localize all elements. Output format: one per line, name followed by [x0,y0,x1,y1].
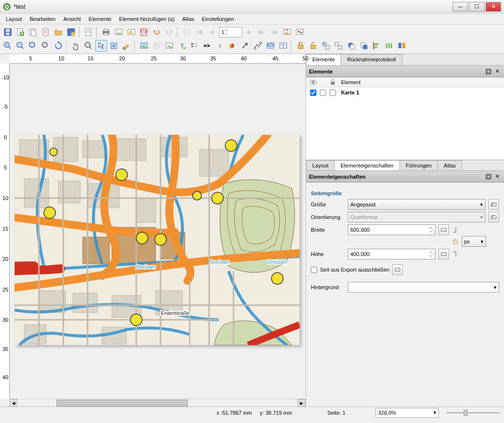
atlas-settings-icon[interactable] [294,26,306,38]
svg-rect-29 [296,29,303,35]
exclude-expression-icon[interactable] [392,264,403,275]
atlas-preview-icon[interactable] [181,26,193,38]
add-3dmap-icon[interactable] [151,40,162,52]
lock-icon[interactable] [295,40,306,52]
delete-layout-icon[interactable] [40,26,52,38]
detach-panel-icon[interactable] [485,173,492,181]
tab-guides[interactable]: Führungen [399,160,438,170]
add-node-icon[interactable] [252,40,264,52]
size-select[interactable]: Angepasst▾ [348,199,486,210]
add-arrow-icon[interactable] [239,40,251,52]
atlas-export-icon[interactable] [281,26,293,38]
scrollbar-thumb[interactable] [56,400,188,406]
menu-add-item[interactable]: Element hinzufügen (a) [115,15,179,23]
orientation-expression-icon[interactable] [488,212,499,222]
lower-icon[interactable] [358,40,370,52]
redo-icon[interactable] [163,26,175,38]
atlas-page-spin[interactable]: 1 [219,27,242,37]
refresh-icon[interactable] [53,40,64,52]
background-select[interactable]: ▾ [348,282,499,293]
size-expression-icon[interactable] [488,199,499,210]
width-input[interactable]: 600,000 [348,224,435,235]
edit-nodes-icon[interactable] [121,40,132,52]
atlas-prev-icon[interactable] [206,26,218,38]
tab-layout-props[interactable]: Layout [306,160,335,170]
zoom-tool-icon[interactable] [83,40,94,52]
zoom-in-icon[interactable] [2,40,14,52]
save-template-icon[interactable] [65,26,77,38]
export-svg-icon[interactable] [126,26,137,38]
maximize-button[interactable]: ☐ [469,2,485,12]
add-legend-icon[interactable] [189,40,200,52]
lock-checkbox[interactable] [320,90,326,96]
add-scalebar-icon[interactable] [201,40,213,52]
new-layout-icon[interactable]: + [15,26,26,38]
lock-aspect-icon[interactable] [452,238,459,245]
tab-item-props[interactable]: Elementeigenschaften [334,160,400,170]
tab-elements[interactable]: Elemente [306,54,341,65]
detach-panel-icon[interactable] [485,68,492,75]
close-panel-icon[interactable]: ✕ [493,173,501,181]
menu-layout[interactable]: Layout [2,15,26,23]
menu-settings[interactable]: Einstellungen [198,15,238,23]
close-button[interactable]: ✕ [486,2,501,12]
print-icon[interactable] [100,26,112,38]
duplicate-layout-icon[interactable] [27,26,39,38]
tab-atlas-props[interactable]: Atlas [437,160,462,170]
add-map-icon[interactable]: + [138,40,150,52]
menu-view[interactable]: Ansicht [59,15,85,23]
ungroup-icon[interactable] [333,40,344,52]
height-expression-icon[interactable] [438,249,449,259]
select-icon[interactable] [95,40,107,52]
menu-edit[interactable]: Bearbeiten [26,15,59,23]
layout-manager-icon[interactable] [83,26,94,38]
exclude-checkbox[interactable] [311,267,317,273]
menu-items[interactable]: Elemente [85,15,115,23]
align-left-icon[interactable] [371,40,382,52]
minimize-button[interactable]: ─ [452,2,468,12]
zoom-full-icon[interactable] [40,40,52,52]
distribute-icon[interactable] [383,40,395,52]
scrollbar-track[interactable] [18,399,298,406]
horizontal-scrollbar[interactable]: ◄ ► [10,399,306,406]
scroll-left-icon[interactable]: ◄ [10,399,18,407]
select-checkbox[interactable] [329,90,336,96]
export-image-icon[interactable] [113,26,125,38]
layout-page[interactable]: Dreisam Dreisam Dreisam Erwinstraße [15,135,300,345]
paper-area[interactable]: Dreisam Dreisam Dreisam Erwinstraße [10,64,306,399]
pan-icon[interactable] [70,40,82,52]
height-input[interactable]: 400,000 [348,249,435,259]
move-content-icon[interactable] [108,40,120,52]
zoom-slider[interactable] [447,409,500,417]
atlas-first-icon[interactable] [194,26,205,38]
zoom-actual-icon[interactable]: 1:1 [27,40,39,52]
atlas-next-icon[interactable] [243,26,255,38]
list-item[interactable]: Karte 1 [306,87,504,98]
menu-atlas[interactable]: Atlas [179,15,198,23]
visibility-checkbox[interactable] [310,90,317,96]
svg-text:+: + [170,43,173,49]
open-folder-icon[interactable] [53,26,64,38]
tab-undo-history[interactable]: Rücknahmeprotokoll [341,54,402,65]
add-html-icon[interactable]: </> [265,40,276,52]
add-label-icon[interactable]: T+ [176,40,188,52]
scroll-right-icon[interactable]: ► [298,399,306,407]
resize-icon[interactable] [396,40,408,52]
save-icon[interactable] [2,26,14,38]
zoom-combo[interactable]: 328.0%▾ [376,408,439,418]
add-picture-icon[interactable]: + [163,40,175,52]
atlas-last-icon[interactable] [256,26,268,38]
width-expression-icon[interactable] [438,224,449,235]
group-icon[interactable] [320,40,332,52]
undo-icon[interactable] [151,26,162,38]
add-north-icon[interactable] [214,40,226,52]
unit-select[interactable]: px▾ [462,236,486,247]
unlock-icon[interactable] [307,40,319,52]
add-shape-icon[interactable] [227,40,238,52]
atlas-print-icon[interactable] [269,26,280,38]
close-panel-icon[interactable]: ✕ [493,68,501,75]
add-table-icon[interactable] [277,40,289,52]
raise-icon[interactable] [345,40,357,52]
export-pdf-icon[interactable]: PDF [138,26,150,38]
zoom-out-icon[interactable] [15,40,26,52]
